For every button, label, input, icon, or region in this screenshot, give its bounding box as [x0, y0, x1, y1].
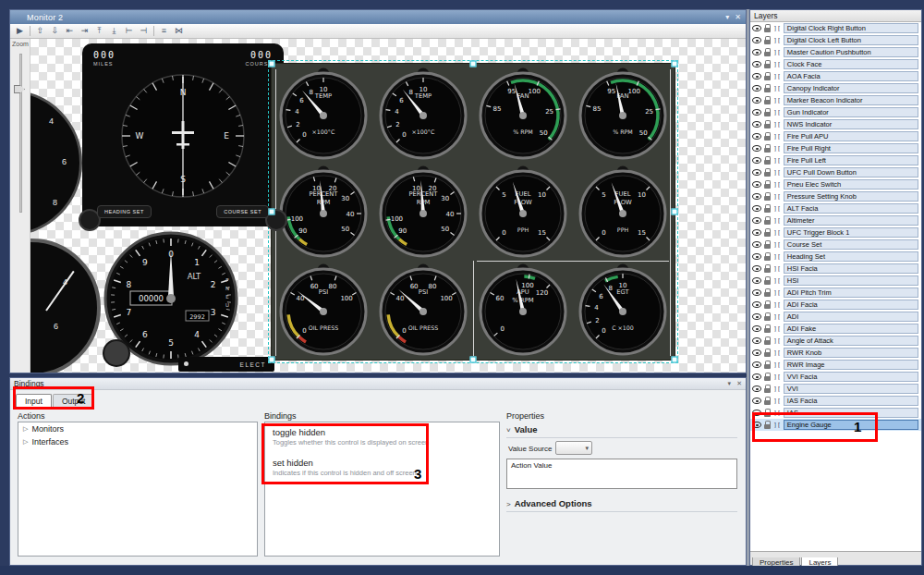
toolbar-icon-0[interactable]: ▶ [13, 25, 27, 37]
bindings-titlebar[interactable]: Bindings ▾✕ [10, 378, 746, 390]
monitor-titlebar[interactable]: Monitor 2 ▾✕ [10, 10, 746, 24]
lock-icon[interactable] [764, 292, 771, 297]
lock-icon[interactable] [764, 76, 771, 80]
layer-row[interactable]: ][Gun Indicator [750, 106, 921, 118]
monitor-canvas[interactable]: 4 6 8 4 6 000 MILES 000 [30, 39, 746, 373]
eye-icon[interactable] [752, 301, 761, 308]
transform-icon[interactable]: ][ [773, 97, 781, 104]
eye-icon[interactable] [752, 398, 761, 404]
lock-icon[interactable] [764, 160, 771, 165]
lock-icon[interactable] [764, 256, 771, 261]
eye-icon[interactable] [752, 157, 761, 164]
layer-label[interactable]: HSI [784, 275, 918, 286]
layer-row[interactable]: ][UFC Pull Down Button [750, 166, 921, 178]
lock-icon[interactable] [764, 232, 771, 237]
altimeter-instrument[interactable]: 0123456789 ALT 00000 2992 PNEU [103, 230, 239, 367]
action-value-box[interactable]: Action Value [506, 459, 737, 489]
eye-icon[interactable] [752, 37, 761, 43]
layer-label[interactable]: UFC Trigger Block 1 [784, 227, 918, 238]
layer-label[interactable]: Canopy Indicator [784, 83, 918, 93]
eye-icon[interactable] [752, 385, 761, 392]
lock-icon[interactable] [764, 40, 771, 44]
layer-label[interactable]: ADI Fake [784, 324, 918, 334]
baro-knob[interactable] [103, 340, 129, 366]
layer-label[interactable]: Pressure Setting Knob [784, 191, 918, 202]
lock-icon[interactable] [764, 376, 771, 381]
toolbar-icon-1[interactable]: ⇧ [33, 25, 47, 37]
toolbar-icon-10[interactable]: ⋈ [172, 25, 186, 37]
eye-icon[interactable] [752, 373, 761, 380]
tab-input[interactable]: Input [16, 394, 52, 408]
gauge-temp-left[interactable]: 0246810TEMP×100°C [277, 67, 370, 160]
eye-icon[interactable] [752, 61, 761, 67]
zoom-slider-thumb[interactable] [14, 85, 25, 93]
expand-arrow-icon[interactable]: ▷ [23, 425, 28, 433]
layer-row[interactable]: ][IAS [750, 407, 921, 419]
layer-row[interactable]: ][NWS Indicator [750, 118, 921, 130]
layer-row[interactable]: ][Fire Pull Left [750, 154, 921, 166]
layer-label[interactable]: Marker Beacon Indicator [784, 95, 918, 105]
layer-row[interactable]: ][Altimeter [750, 214, 921, 226]
transform-icon[interactable]: ][ [773, 289, 781, 297]
lock-icon[interactable] [764, 412, 771, 417]
transform-icon[interactable]: ][ [773, 301, 781, 309]
layer-row[interactable]: ][ADI [750, 311, 921, 323]
toolbar-icon-2[interactable]: ⇩ [48, 25, 62, 37]
toolbar-icon-4[interactable]: ⇥ [78, 25, 91, 37]
lock-icon[interactable] [764, 268, 771, 273]
transform-icon[interactable]: ][ [773, 133, 781, 141]
eye-icon[interactable] [752, 205, 761, 212]
gauge-apu[interactable]: 060100120APU% RPM [477, 263, 569, 356]
gauge-fan-left[interactable]: 85951002550FAN% RPM [477, 67, 569, 160]
layer-row[interactable]: ][Pneu Elec Switch [750, 178, 921, 190]
layer-label[interactable]: Fire Pull Left [784, 155, 918, 165]
lock-icon[interactable] [764, 148, 771, 153]
layer-row[interactable]: ][ADI Pitch Trim [750, 287, 921, 299]
gauge-rpm-left[interactable]: 901001020304050PERCENTRPM [277, 165, 370, 258]
layer-row[interactable]: ][HSI Facia [750, 263, 921, 275]
transform-icon[interactable]: ][ [773, 157, 781, 165]
eye-icon[interactable] [752, 109, 761, 116]
layer-row[interactable]: ][ALT Facia [750, 202, 921, 214]
layer-row[interactable]: ][Digital Clock Left Button [750, 34, 921, 46]
eye-icon[interactable] [752, 85, 761, 92]
layer-label[interactable]: VVI [784, 384, 918, 394]
layer-label[interactable]: ADI [784, 312, 918, 322]
eye-icon[interactable] [752, 121, 761, 128]
selection-handle[interactable] [672, 61, 678, 67]
eye-icon[interactable] [752, 277, 761, 284]
layer-label[interactable]: ALT Facia [784, 203, 918, 214]
eye-icon[interactable] [752, 25, 761, 31]
hsi-instrument[interactable]: 000 MILES 000 COURSE NESW [82, 43, 284, 226]
elect-strip[interactable]: ELECT [178, 357, 274, 372]
lock-icon[interactable] [764, 244, 771, 249]
layer-row[interactable]: ][Clock Face [750, 58, 921, 70]
gauge-rpm-right[interactable]: 901001020304050PERCENTRPM [377, 165, 469, 258]
layer-label[interactable]: NWS Indicator [784, 119, 918, 129]
layer-row[interactable]: ][VVI [750, 383, 921, 395]
selection-handle[interactable] [269, 209, 275, 215]
layer-label[interactable]: Heading Set [784, 251, 918, 262]
tree-item-interfaces[interactable]: ▷Interfaces [18, 435, 257, 448]
advanced-options-header[interactable]: >Advanced Options [506, 498, 737, 512]
close-icon[interactable]: ✕ [735, 13, 741, 21]
transform-icon[interactable]: ][ [773, 253, 781, 261]
layer-row[interactable]: ][Fire Pull Right [750, 142, 921, 154]
layer-label[interactable]: ADI Pitch Trim [784, 288, 918, 298]
layer-label[interactable]: IAS [784, 408, 918, 418]
tree-item-monitors[interactable]: ▷Monitors [18, 422, 257, 435]
toolbar-icon-5[interactable]: ⤒ [92, 25, 106, 37]
transform-icon[interactable]: ][ [773, 265, 781, 273]
layer-label[interactable]: AOA Facia [784, 71, 918, 81]
transform-icon[interactable]: ][ [773, 277, 781, 285]
layer-row[interactable]: ][HSI [750, 275, 921, 287]
selection-handle[interactable] [672, 357, 678, 363]
lock-icon[interactable] [764, 64, 771, 68]
transform-icon[interactable]: ][ [773, 61, 781, 68]
lock-icon[interactable] [764, 52, 771, 56]
layer-label[interactable]: Altimeter [784, 215, 918, 226]
eye-icon[interactable] [752, 241, 761, 248]
eye-icon[interactable] [752, 217, 761, 224]
lock-icon[interactable] [764, 220, 771, 225]
eye-icon[interactable] [752, 349, 761, 356]
